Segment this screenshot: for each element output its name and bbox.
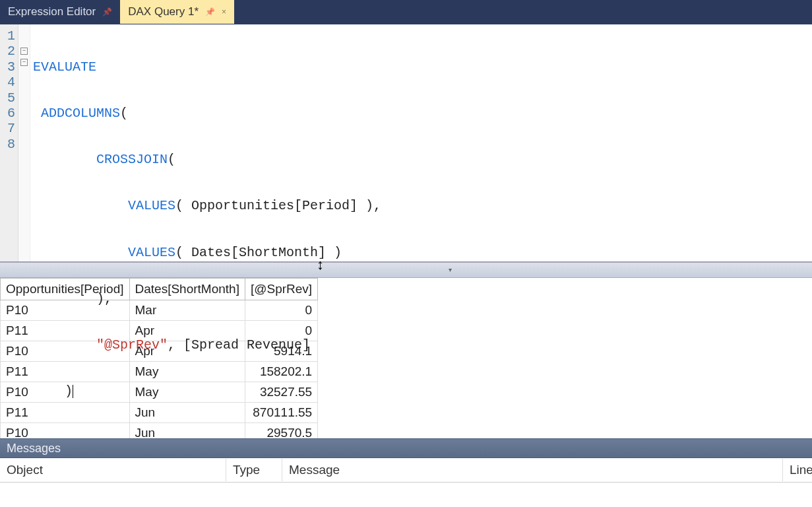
tab-dax-query[interactable]: DAX Query 1* 📌 × <box>120 0 234 24</box>
function: VALUES <box>128 198 175 213</box>
function: VALUES <box>128 245 175 260</box>
line-number: 3 <box>3 59 15 75</box>
punct: , <box>168 337 183 353</box>
line-number: 4 <box>3 75 15 90</box>
tab-bar: Expression Editor 📌 DAX Query 1* 📌 × <box>0 0 812 24</box>
punct: ( <box>175 245 183 260</box>
pin-icon[interactable]: 📌 <box>205 7 215 17</box>
line-number: 8 <box>3 137 15 152</box>
fold-toggle-icon[interactable]: − <box>20 48 28 55</box>
tab-label: Expression Editor <box>8 5 96 18</box>
punct: ) <box>65 384 73 399</box>
identifier: Dates[ShortMonth] <box>183 245 334 260</box>
identifier: Opportunities[Period] <box>183 198 365 213</box>
punct: ( <box>120 106 128 121</box>
keyword: EVALUATE <box>33 59 96 75</box>
messages-title: Messages <box>7 442 61 455</box>
line-number: 6 <box>3 106 15 121</box>
line-number: 5 <box>3 90 15 106</box>
chevron-down-icon[interactable]: ▾ <box>449 266 452 273</box>
close-icon[interactable]: × <box>222 7 226 17</box>
line-number: 1 <box>3 28 15 44</box>
fold-margin: − − <box>18 24 30 261</box>
function: CROSSJOIN <box>96 152 168 167</box>
col-header-object[interactable]: Object <box>0 459 226 481</box>
line-number: 7 <box>3 121 15 136</box>
tab-label: DAX Query 1* <box>128 5 199 18</box>
horizontal-splitter[interactable]: ↕ ▾ <box>0 262 812 278</box>
string: "@SprRev" <box>96 337 168 353</box>
tab-expression-editor[interactable]: Expression Editor 📌 <box>0 0 120 24</box>
messages-panel-header[interactable]: Messages <box>0 438 812 458</box>
messages-columns: Object Type Message Line <box>0 458 812 483</box>
punct: ( <box>175 198 183 213</box>
line-number: 2 <box>3 44 15 59</box>
code-editor[interactable]: 1 2 3 4 5 6 7 8 − − EVALUATE ADDCOLUMNS(… <box>0 24 812 262</box>
line-gutter: 1 2 3 4 5 6 7 8 <box>0 24 18 261</box>
col-header-type[interactable]: Type <box>226 459 282 481</box>
fold-toggle-icon[interactable]: − <box>20 59 28 66</box>
cell-value: 870111.55 <box>245 403 317 423</box>
punct: ( <box>168 152 175 167</box>
function: ADDCOLUMNS <box>41 106 120 121</box>
text-cursor <box>73 385 73 398</box>
col-header-line[interactable]: Line <box>783 459 812 481</box>
punct: ), <box>365 198 381 213</box>
pin-icon[interactable]: 📌 <box>102 7 112 17</box>
code-area[interactable]: EVALUATE ADDCOLUMNS( CROSSJOIN( VALUES( … <box>30 24 812 261</box>
col-header-message[interactable]: Message <box>282 459 783 481</box>
punct: ) <box>334 245 342 260</box>
